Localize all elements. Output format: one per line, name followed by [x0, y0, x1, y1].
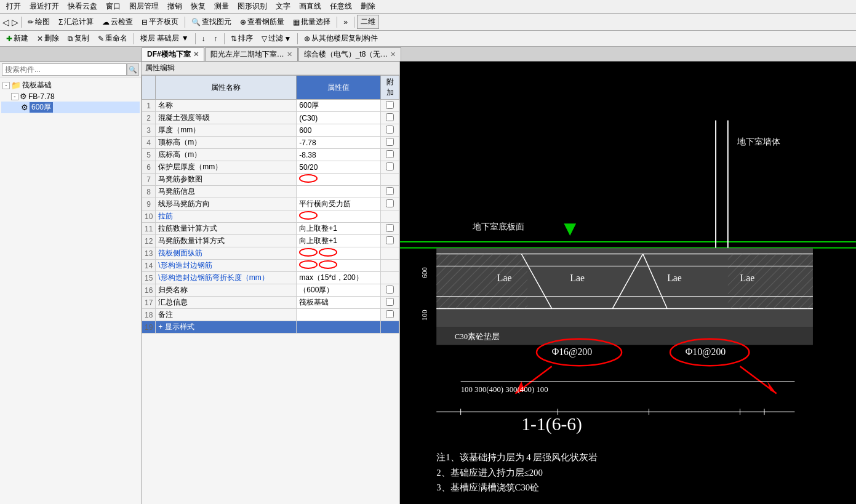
- prop-value-cell[interactable]: 平行横向受力筋: [297, 198, 381, 210]
- prop-value-cell[interactable]: [297, 174, 381, 186]
- tab-sunlight-close[interactable]: ✕: [287, 50, 292, 58]
- menu-delete[interactable]: 删除: [357, 1, 379, 12]
- more-icon: »: [343, 18, 348, 26]
- menu-text[interactable]: 文字: [272, 1, 294, 12]
- tab-bar: DF#楼地下室 ✕ 阳光左岸二期地下室… ✕ 综合楼（电气）_t8（无… ✕: [0, 47, 856, 62]
- tab-elec[interactable]: 综合楼（电气）_t8（无… ✕: [298, 47, 402, 61]
- attach-checkbox[interactable]: [386, 286, 394, 294]
- attach-checkbox[interactable]: [386, 187, 394, 195]
- prop-value-cell[interactable]: (C30): [297, 112, 381, 124]
- tab-df-close[interactable]: ✕: [193, 50, 199, 58]
- tree-expand-root[interactable]: -: [2, 82, 10, 89]
- menu-anyline[interactable]: 任意线: [326, 1, 356, 12]
- tree-node-fb778[interactable]: - ⚙ FB-7.78: [1, 91, 140, 102]
- search-button[interactable]: 🔍: [127, 63, 139, 76]
- prop-name-cell: 名称: [156, 100, 297, 112]
- menu-measure[interactable]: 测量: [210, 1, 233, 12]
- attach-checkbox[interactable]: [386, 224, 394, 232]
- floor-selector[interactable]: 楼层 基础层 ▼: [137, 31, 193, 46]
- menu-cloud[interactable]: 快看云盘: [64, 1, 101, 12]
- sort-btn[interactable]: ⇅ 排序: [227, 31, 257, 46]
- prop-value-cell[interactable]: [297, 309, 381, 321]
- prop-value-cell[interactable]: 600厚: [297, 100, 381, 112]
- filter-arrow: ▼: [284, 34, 292, 43]
- row-number: 13: [142, 247, 156, 260]
- attach-checkbox[interactable]: [386, 113, 394, 121]
- batch-select-btn[interactable]: ▦ 批量选择: [289, 15, 334, 29]
- table-row: 18备注: [142, 309, 399, 321]
- prop-value-cell[interactable]: [297, 210, 381, 223]
- attach-checkbox[interactable]: [386, 138, 394, 146]
- prop-value-cell[interactable]: 50/20: [297, 161, 381, 174]
- prop-attach-cell: [381, 198, 399, 210]
- up-btn[interactable]: ↑: [210, 33, 222, 45]
- prop-attach-cell: [381, 272, 399, 284]
- filter-btn[interactable]: ▽ 过滤 ▼: [258, 31, 295, 46]
- tree-node-600[interactable]: ⚙ 600厚: [1, 102, 140, 113]
- menu-redo[interactable]: 恢复: [187, 1, 209, 12]
- prop-attach-cell: [381, 223, 399, 235]
- row-number: 2: [142, 112, 156, 124]
- row-number: 4: [142, 137, 156, 149]
- row-number: 16: [142, 284, 156, 297]
- search-input[interactable]: [2, 63, 127, 76]
- prop-value-cell[interactable]: 600: [297, 124, 381, 137]
- more-btn[interactable]: »: [340, 16, 351, 28]
- rename-btn[interactable]: ✎ 重命名: [94, 31, 131, 46]
- prop-value-cell[interactable]: [297, 247, 381, 260]
- prop-value-cell[interactable]: -7.78: [297, 137, 381, 149]
- menu-layers[interactable]: 图层管理: [126, 1, 162, 12]
- attach-checkbox[interactable]: [386, 162, 394, 170]
- menu-open[interactable]: 打开: [2, 1, 25, 12]
- svg-text:C30素砼垫层: C30素砼垫层: [455, 332, 500, 341]
- table-row: 14\形构造封边钢筋: [142, 260, 399, 272]
- draw-icon: ✏: [28, 18, 34, 26]
- attach-checkbox[interactable]: [386, 150, 394, 158]
- tab-df[interactable]: DF#楼地下室 ✕: [142, 47, 204, 61]
- prop-value-cell[interactable]: 向上取整+1: [297, 223, 381, 235]
- col-value: 属性值: [297, 76, 381, 100]
- attach-checkbox[interactable]: [386, 298, 394, 306]
- prop-name-cell: 厚度（mm）: [156, 124, 297, 137]
- prop-value-cell[interactable]: 向上取整+1: [297, 235, 381, 247]
- prop-value-cell[interactable]: [297, 321, 381, 334]
- tab-elec-close[interactable]: ✕: [390, 50, 396, 58]
- prop-value-cell[interactable]: [297, 260, 381, 272]
- svg-text:注1、该基础持力层为 4 层强风化状灰岩: 注1、该基础持力层为 4 层强风化状灰岩: [436, 452, 598, 462]
- find-btn[interactable]: 🔍 查找图元: [188, 15, 235, 29]
- delete-component-btn[interactable]: ✕ 删除: [33, 31, 63, 46]
- tab-sunlight[interactable]: 阳光左岸二期地下室… ✕: [205, 47, 298, 61]
- tree-root[interactable]: - 📁 筏板基础: [1, 79, 140, 91]
- menu-line[interactable]: 画直线: [295, 1, 325, 12]
- sum-btn[interactable]: Σ 汇总计算: [55, 15, 97, 29]
- prop-value-cell[interactable]: max（15*d，200）: [297, 272, 381, 284]
- view-rebar-btn[interactable]: ⊕ 查看钢筋量: [236, 15, 288, 29]
- copy-btn[interactable]: ⧉ 复制: [64, 31, 93, 46]
- new-btn[interactable]: ✚ 新建: [2, 31, 32, 46]
- prop-value-cell[interactable]: （600厚）: [297, 284, 381, 297]
- menu-identify[interactable]: 图形识别: [234, 1, 271, 12]
- attach-checkbox[interactable]: [386, 310, 394, 318]
- attach-checkbox[interactable]: [386, 236, 394, 244]
- down-btn[interactable]: ↓: [198, 33, 209, 45]
- attach-checkbox[interactable]: [386, 126, 394, 134]
- prop-value-cell[interactable]: -8.38: [297, 149, 381, 161]
- menu-recent[interactable]: 最近打开: [26, 1, 63, 12]
- copy-from-floor-btn[interactable]: ⊕ 从其他楼层复制构件: [300, 31, 382, 46]
- col-name: 属性名称: [156, 76, 297, 100]
- menu-undo[interactable]: 撤销: [164, 1, 186, 12]
- attach-checkbox[interactable]: [386, 101, 394, 109]
- attach-checkbox[interactable]: [386, 199, 394, 207]
- prop-name-cell: 汇总信息: [156, 297, 297, 309]
- align-btn[interactable]: ⊟ 平齐板页: [138, 15, 182, 29]
- tree-expand-fb778[interactable]: -: [11, 93, 18, 100]
- twoD-btn[interactable]: 二维: [357, 15, 379, 29]
- draw-btn[interactable]: ✏ 绘图: [24, 15, 54, 29]
- tab-sunlight-label: 阳光左岸二期地下室…: [210, 49, 284, 60]
- prop-value-cell[interactable]: [297, 186, 381, 198]
- drawing-area[interactable]: 地下室墙体 底板钢筋 地下室底板面: [400, 62, 856, 504]
- prop-name-cell: 马凳筋参数图: [156, 174, 297, 186]
- menu-window[interactable]: 窗口: [102, 1, 124, 12]
- prop-value-cell[interactable]: 筏板基础: [297, 297, 381, 309]
- cloud-btn[interactable]: ☁ 云检查: [98, 15, 137, 29]
